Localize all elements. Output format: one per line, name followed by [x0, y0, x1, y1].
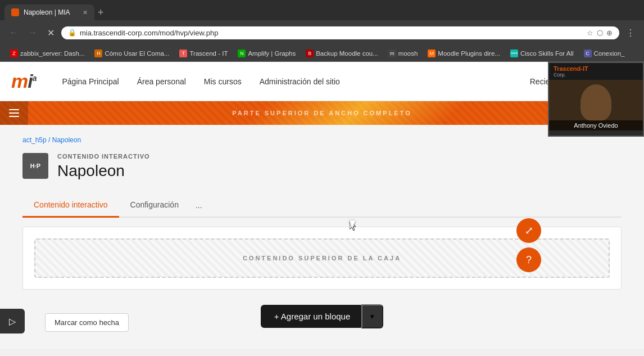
tab-close-btn[interactable]: ✕: [83, 9, 88, 16]
browser-window: Napoleon | MIA ✕ + ← → ✕ 🔒 mia.trascendi…: [0, 0, 644, 356]
bookmark-conexion-favicon: C: [584, 49, 592, 57]
lock-icon: 🔒: [68, 29, 76, 37]
bookmark-moosh[interactable]: m moosh: [384, 48, 423, 58]
bookmark-moosh-label: moosh: [398, 50, 418, 57]
add-block-group: + Agregar un bloque ▾: [261, 304, 384, 328]
active-tab[interactable]: Napoleon | MIA ✕: [4, 4, 94, 20]
bookmark-como-favicon: H: [94, 49, 102, 57]
bookmark-amplify[interactable]: N Amplify | Graphs: [233, 48, 300, 58]
bookmark-conexion-label: Conexion_: [594, 50, 625, 57]
forward-button[interactable]: →: [25, 25, 40, 40]
reload-button[interactable]: ✕: [44, 25, 58, 40]
browser-toolbar: ← → ✕ 🔒 mia.trascendit-corp.com/mod/hvp/…: [0, 20, 644, 45]
expand-float-button[interactable]: ⤢: [516, 218, 541, 243]
tab-configuracion[interactable]: Configuración: [119, 193, 190, 218]
nav-mis-cursos[interactable]: Mis cursos: [195, 62, 251, 101]
hamburger-icon: [9, 109, 19, 117]
bookmark-icon[interactable]: ☆: [587, 29, 593, 37]
content-area: act_h5p / Napoleon H·P CONTENIDO INTERAC…: [0, 125, 644, 349]
company-name: Trascend-IT: [554, 65, 588, 72]
bookmark-moodle-plugins[interactable]: M Moodle Plugins dire...: [423, 48, 505, 58]
activity-title: Napoleon: [57, 162, 150, 180]
video-call-box: Trascend-IT Corp. Anthony Oviedo: [548, 62, 644, 137]
bookmark-zabbix-favicon: Z: [10, 49, 18, 57]
bookmark-cisco-label: Cisco Skills For All: [520, 50, 574, 57]
company-sub: Corp.: [554, 72, 588, 78]
bookmark-amplify-favicon: N: [238, 49, 246, 57]
breadcrumb-course[interactable]: act_h5p: [22, 136, 47, 144]
person-silhouette: [580, 84, 611, 121]
bookmark-backup[interactable]: B Backup Moodle cou...: [301, 48, 383, 58]
bookmark-conexion[interactable]: C Conexion_: [579, 48, 629, 58]
video-feed: Anthony Oviedo: [549, 80, 643, 130]
bookmark-cisco[interactable]: ≡≡≡ Cisco Skills For All: [506, 48, 578, 58]
content-box-label: CONTENIDO SUPERIOR DE LA CAJA: [243, 255, 401, 262]
back-button[interactable]: ←: [6, 25, 21, 40]
bookmark-moosh-favicon: m: [388, 49, 396, 57]
person-name-label: Anthony Oviedo: [549, 120, 643, 130]
expand-icon: ⤢: [525, 224, 533, 237]
tab-bar: Napoleon | MIA ✕ +: [0, 0, 644, 20]
nav-area-personal[interactable]: Área personal: [128, 62, 195, 101]
new-tab-button[interactable]: +: [94, 7, 107, 19]
browser-menu-button[interactable]: ⋮: [623, 25, 638, 40]
nav-pagina-principal[interactable]: Página Principal: [53, 62, 128, 101]
bookmarks-bar: Z zabbix_server: Dash... H Cómo Usar El …: [0, 45, 644, 62]
address-bar[interactable]: 🔒 mia.trascendit-corp.com/mod/hvp/view.p…: [61, 26, 619, 39]
bookmark-trascend-label: Trascend - IT: [189, 50, 228, 57]
bottom-action-bar: Marcar como hecha + Agregar un bloque ▾: [22, 295, 622, 337]
url-text: mia.trascendit-corp.com/mod/hvp/view.php: [80, 29, 583, 37]
bookmark-zabbix-label: zabbix_server: Dash...: [20, 50, 84, 57]
bookmark-amplify-label: Amplify | Graphs: [248, 50, 296, 57]
add-block-button[interactable]: + Agregar un bloque: [261, 305, 364, 328]
screenshot-icon[interactable]: ⬡: [597, 29, 603, 37]
bookmark-backup-label: Backup Moodle cou...: [316, 50, 378, 57]
breadcrumb-activity: Napoleon: [52, 136, 81, 144]
company-info: Trascend-IT Corp.: [554, 65, 588, 78]
float-buttons: ⤢ ?: [512, 214, 546, 277]
bookmark-como-label: Cómo Usar El Coma...: [105, 50, 169, 57]
hamburger-menu-button[interactable]: [0, 101, 28, 125]
sidebar-toggle-button[interactable]: ▷: [0, 309, 25, 334]
breadcrumb-separator: /: [48, 136, 52, 144]
video-call-header: Trascend-IT Corp.: [549, 63, 643, 80]
activity-icon: H·P: [22, 153, 48, 179]
tab-more-button[interactable]: ...: [190, 194, 208, 217]
activity-title-block: CONTENIDO INTERACTIVO Napoleon: [57, 153, 150, 180]
sidebar-toggle-icon: ▷: [9, 316, 16, 327]
activity-subtitle: CONTENIDO INTERACTIVO: [57, 153, 150, 160]
nav-administracion[interactable]: Administración del sitio: [251, 62, 349, 101]
mark-done-button[interactable]: Marcar como hecha: [45, 313, 129, 332]
tab-favicon: [11, 8, 19, 16]
hp-icon-text: H·P: [30, 163, 40, 169]
bookmark-trascend-favicon: T: [179, 49, 187, 57]
tab-contenido-interactivo[interactable]: Contenido interactivo: [22, 193, 119, 218]
extension-icon[interactable]: ⊕: [606, 29, 613, 37]
help-icon: ?: [526, 254, 532, 266]
tab-title: Napoleon | MIA: [24, 8, 70, 16]
bookmark-trascend[interactable]: T Trascend - IT: [175, 48, 232, 58]
banner-text: PARTE SUPERIOR DE ANCHO COMPLETO: [232, 110, 411, 116]
bookmark-backup-favicon: B: [306, 49, 314, 57]
bookmark-cisco-favicon: ≡≡≡: [510, 49, 518, 57]
activity-header: H·P CONTENIDO INTERACTIVO Napoleon: [22, 153, 622, 180]
bookmark-moodle-label: Moodle Plugins dire...: [438, 50, 500, 57]
bookmark-zabbix[interactable]: Z zabbix_server: Dash...: [6, 48, 89, 58]
nav-links: Página Principal Área personal Mis curso…: [53, 62, 523, 101]
mia-logo: mia: [11, 70, 36, 92]
bookmark-como-usar[interactable]: H Cómo Usar El Coma...: [90, 48, 174, 58]
bookmark-moodle-favicon: M: [428, 49, 436, 57]
add-block-chevron-button[interactable]: ▾: [361, 304, 383, 328]
breadcrumb: act_h5p / Napoleon: [22, 136, 622, 144]
help-float-button[interactable]: ?: [516, 247, 541, 272]
